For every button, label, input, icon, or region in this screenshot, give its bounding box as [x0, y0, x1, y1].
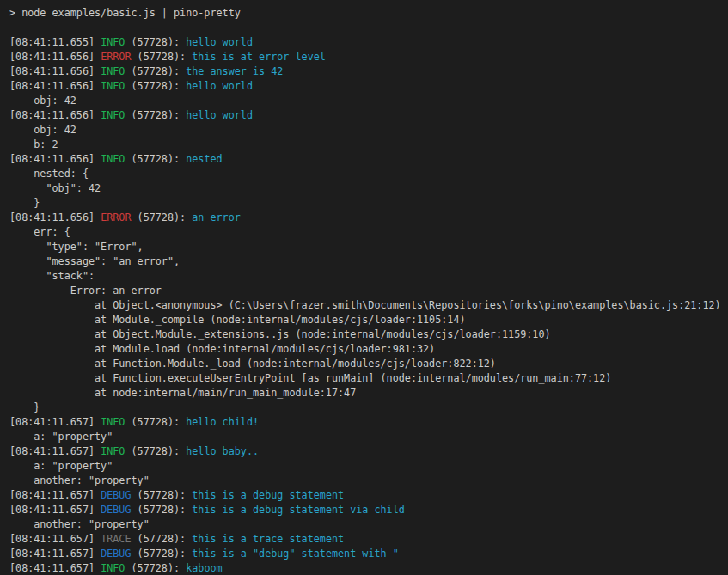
detail-line: "obj": 42 — [9, 181, 728, 196]
log-level: DEBUG — [101, 489, 131, 501]
log-level: ERROR — [101, 51, 131, 63]
log-timestamp: [08:41:11.657] — [9, 445, 101, 457]
detail-line: Error: an error — [9, 284, 728, 298]
log-timestamp: [08:41:11.656] — [9, 65, 101, 77]
log-timestamp: [08:41:11.657] — [9, 547, 101, 560]
log-message: hello world — [186, 109, 253, 121]
detail-line: b: 2 — [9, 138, 728, 152]
detail-line: at Function.executeUserEntryPoint [as ru… — [9, 371, 728, 386]
detail-line: nested: { — [9, 167, 728, 181]
detail-line: at Object.Module._extensions..js (node:i… — [9, 327, 728, 342]
detail-line: "stack": — [9, 269, 728, 284]
log-timestamp: [08:41:11.656] — [9, 109, 101, 121]
detail-line: "message": "an error", — [9, 254, 728, 269]
log-pid: (57728): — [132, 547, 193, 560]
log-pid: (57728): — [132, 211, 193, 223]
log-timestamp: [08:41:11.657] — [9, 562, 101, 574]
detail-line: another: "property" — [9, 474, 728, 488]
detail-line: "type": "Error", — [9, 240, 728, 254]
log-timestamp: [08:41:11.657] — [9, 416, 101, 428]
log-message: hello child! — [186, 416, 259, 428]
log-level: INFO — [101, 562, 125, 574]
detail-line: a: "property" — [9, 459, 728, 474]
log-timestamp: [08:41:11.656] — [9, 153, 101, 165]
log-pid: (57728): — [132, 51, 193, 63]
log-level: INFO — [101, 65, 125, 77]
log-line: [08:41:11.656] INFO (57728): hello world — [9, 79, 728, 94]
log-line: [08:41:11.655] INFO (57728): hello world — [9, 35, 728, 50]
log-pid: (57728): — [125, 416, 186, 428]
log-message: this is a debug statement — [192, 489, 344, 501]
log-level: DEBUG — [101, 547, 131, 560]
log-pid: (57728): — [125, 445, 186, 457]
log-line: [08:41:11.656] ERROR (57728): an error — [9, 211, 728, 225]
detail-line: obj: 42 — [9, 123, 728, 138]
log-message: hello world — [186, 80, 253, 92]
terminal[interactable]: > node examples/basic.js | pino-pretty [… — [0, 0, 728, 575]
log-message: this is a trace statement — [192, 533, 344, 545]
log-level: INFO — [101, 80, 125, 92]
log-timestamp: [08:41:11.657] — [9, 489, 101, 501]
log-pid: (57728): — [125, 153, 186, 165]
detail-line: at node:internal/main/run_main_module:17… — [9, 386, 728, 401]
detail-line: at Function.Module._load (node:internal/… — [9, 357, 728, 371]
log-timestamp: [08:41:11.657] — [9, 533, 101, 545]
detail-line: obj: 42 — [9, 94, 728, 108]
log-message: the answer is 42 — [186, 65, 283, 77]
detail-line: err: { — [9, 225, 728, 240]
detail-line: at Object.<anonymous> (C:\Users\frazer.s… — [9, 298, 728, 313]
log-level: INFO — [101, 36, 125, 48]
log-line: [08:41:11.657] DEBUG (57728): this is a … — [9, 488, 728, 503]
log-line: [08:41:11.657] TRACE (57728): this is a … — [9, 532, 728, 547]
log-timestamp: [08:41:11.656] — [9, 80, 101, 92]
log-pid: (57728): — [132, 489, 193, 501]
log-line: [08:41:11.656] INFO (57728): hello world — [9, 108, 728, 123]
log-line: [08:41:11.657] INFO (57728): kaboom — [9, 561, 728, 575]
log-pid: (57728): — [125, 80, 186, 92]
log-level: DEBUG — [101, 504, 131, 516]
log-line: [08:41:11.657] INFO (57728): hello child… — [9, 415, 728, 430]
log-timestamp: [08:41:11.656] — [9, 211, 101, 223]
log-timestamp: [08:41:11.655] — [9, 36, 101, 48]
command-line: > node examples/basic.js | pino-pretty — [9, 6, 728, 21]
log-level: TRACE — [101, 533, 131, 545]
log-level: ERROR — [101, 211, 131, 223]
log-level: INFO — [101, 445, 125, 457]
log-line: [08:41:11.657] DEBUG (57728): this is a … — [9, 547, 728, 561]
log-pid: (57728): — [132, 533, 193, 545]
log-message: kaboom — [186, 562, 222, 574]
log-message: this is a debug statement via child — [192, 504, 405, 516]
log-pid: (57728): — [125, 109, 186, 121]
log-pid: (57728): — [125, 36, 186, 48]
detail-line: at Module._compile (node:internal/module… — [9, 313, 728, 327]
blank-line — [9, 21, 728, 35]
terminal-output: > node examples/basic.js | pino-pretty [… — [9, 6, 728, 575]
detail-line: } — [9, 401, 728, 415]
detail-line: at Module.load (node:internal/modules/cj… — [9, 342, 728, 357]
log-timestamp: [08:41:11.657] — [9, 504, 101, 516]
log-message: this is a "debug" statement with " — [192, 547, 399, 560]
log-timestamp: [08:41:11.656] — [9, 51, 101, 63]
detail-line: a: "property" — [9, 430, 728, 444]
log-message: hello world — [186, 36, 253, 48]
log-message: nested — [186, 153, 222, 165]
log-line: [08:41:11.656] INFO (57728): nested — [9, 152, 728, 167]
log-level: INFO — [101, 153, 125, 165]
log-level: INFO — [101, 416, 125, 428]
log-pid: (57728): — [125, 562, 186, 574]
detail-line: another: "property" — [9, 517, 728, 532]
log-pid: (57728): — [132, 504, 193, 516]
log-message: an error — [192, 211, 241, 223]
log-message: hello baby.. — [186, 445, 259, 457]
log-line: [08:41:11.657] INFO (57728): hello baby.… — [9, 444, 728, 459]
log-line: [08:41:11.656] ERROR (57728): this is at… — [9, 50, 728, 64]
detail-line: } — [9, 196, 728, 211]
log-message: this is at error level — [192, 51, 326, 63]
log-line: [08:41:11.656] INFO (57728): the answer … — [9, 64, 728, 79]
log-level: INFO — [101, 109, 125, 121]
log-pid: (57728): — [125, 65, 186, 77]
log-line: [08:41:11.657] DEBUG (57728): this is a … — [9, 503, 728, 517]
